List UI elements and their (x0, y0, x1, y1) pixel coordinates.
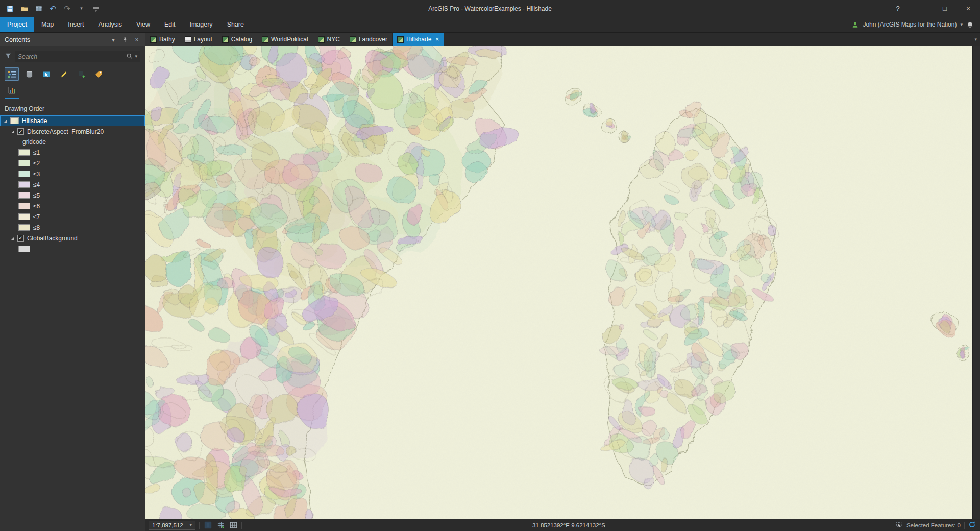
ribbon-tab-project[interactable]: Project (0, 17, 34, 32)
ribbon-tab-imagery[interactable]: Imagery (182, 17, 219, 32)
layer-row-discreteaspect[interactable]: ✓ DiscreteAspect_FromBlur20 (0, 126, 145, 137)
map-scale-value: 1:7,897,512 (152, 522, 183, 528)
cursor-coordinates: 31.8521392°E 9.6214132°S (246, 522, 892, 528)
pane-header-icons: ▾ × (108, 35, 142, 45)
contents-pane-header: Contents ▾ × (0, 33, 145, 46)
ribbon-tab-map[interactable]: Map (34, 17, 61, 32)
grid-tool-icon[interactable] (203, 521, 212, 530)
account-menu[interactable]: John (ArcGIS Maps for the Nation) (863, 21, 957, 28)
legend-row[interactable]: ≤5 (0, 190, 145, 201)
legend-swatch[interactable] (18, 181, 30, 188)
scale-chevron-icon: ▾ (189, 523, 192, 527)
list-by-snapping-icon[interactable] (74, 67, 88, 81)
arcgis-pro-window: ↶ ↷ ▾ ArcGIS Pro - WatercolorExamples - … (0, 0, 980, 531)
map-view-icon (150, 36, 157, 43)
search-options-chevron-icon[interactable]: ▾ (135, 54, 137, 59)
view-tab-catalog[interactable]: Catalog (217, 33, 257, 46)
view-tab-landcover[interactable]: Landcover (345, 33, 393, 46)
search-icon[interactable] (126, 52, 133, 61)
legend-row[interactable]: ≤2 (0, 158, 145, 168)
view-tab-hillshade[interactable]: Hillshade × (393, 33, 444, 46)
legend-swatch[interactable] (18, 160, 30, 166)
view-tabs-overflow-icon[interactable]: ▾ (971, 33, 980, 46)
legend-swatch[interactable] (18, 192, 30, 199)
ribbon-tab-insert[interactable]: Insert (61, 17, 91, 32)
ribbon-right-cluster: John (ArcGIS Maps for the Nation) ▾ (851, 17, 980, 32)
legend-swatch[interactable] (18, 171, 30, 177)
layer-row-hillshade[interactable]: Hillshade (0, 115, 145, 126)
layer-label: DiscreteAspect_FromBlur20 (27, 128, 104, 135)
expander-icon[interactable] (4, 119, 7, 123)
view-tab-worldpolitical[interactable]: WorldPolitical (257, 33, 313, 46)
expander-icon[interactable] (11, 237, 14, 240)
view-tab-layout[interactable]: Layout (180, 33, 217, 46)
window-title: ArcGIS Pro - WatercolorExamples - Hillsh… (0, 5, 980, 12)
account-chevron-icon[interactable]: ▾ (960, 22, 963, 27)
layer-label: Hillshade (22, 117, 47, 125)
view-tab-nyc[interactable]: NYC (313, 33, 345, 46)
legend-row[interactable]: ≤1 (0, 147, 145, 158)
legend-row[interactable]: ≤7 (0, 211, 145, 222)
layer-visibility-checkbox[interactable]: ✓ (17, 128, 24, 135)
snap-grid-icon[interactable] (216, 521, 225, 530)
map-row (145, 46, 980, 519)
map-view-icon (222, 36, 229, 43)
list-by-selection-icon[interactable] (39, 67, 54, 81)
account-avatar-icon (851, 21, 859, 29)
help-button[interactable]: ? (886, 0, 910, 17)
pane-menu-chevron-icon[interactable]: ▾ (108, 35, 118, 45)
pane-pin-icon[interactable] (120, 35, 130, 45)
open-project-icon[interactable] (18, 2, 31, 15)
legend-swatch[interactable] (18, 149, 30, 156)
redo-icon[interactable]: ↷ (61, 2, 74, 15)
legend-row[interactable]: ≤4 (0, 179, 145, 190)
layer-row-globalbackground[interactable]: ✓ GlobalBackground (0, 233, 145, 244)
list-by-charts-icon[interactable] (5, 83, 19, 96)
refresh-view-icon[interactable] (968, 521, 976, 529)
layer-visibility-checkbox[interactable]: ✓ (17, 235, 24, 242)
list-by-drawing-order-icon[interactable] (5, 67, 19, 81)
legend-row[interactable] (0, 244, 145, 254)
ribbon-tab-view[interactable]: View (129, 17, 157, 32)
legend-row[interactable]: ≤8 (0, 222, 145, 233)
ribbon-tab-edit[interactable]: Edit (157, 17, 183, 32)
search-input[interactable] (18, 53, 124, 60)
view-tab-bathy[interactable]: Bathy (145, 33, 180, 46)
map-stage (145, 46, 972, 519)
redo-dropdown-icon[interactable]: ▾ (75, 2, 88, 15)
ribbon-tab-bar: Project Map Insert Analysis View Edit Im… (0, 17, 980, 33)
customize-qat-icon[interactable] (89, 2, 102, 15)
package-project-icon[interactable] (32, 2, 45, 15)
list-by-editing-icon[interactable] (57, 67, 71, 81)
legend-label: ≤3 (33, 171, 40, 178)
pane-close-icon[interactable]: × (132, 35, 142, 45)
filter-funnel-icon[interactable] (5, 52, 12, 61)
list-by-data-source-icon[interactable] (22, 67, 36, 81)
map-view-icon (262, 36, 268, 43)
selected-features-count[interactable]: Selected Features: 0 (906, 522, 961, 528)
ribbon-tab-analysis[interactable]: Analysis (91, 17, 130, 32)
undo-icon[interactable]: ↶ (46, 2, 59, 15)
legend-label: ≤1 (33, 149, 40, 156)
close-tab-icon[interactable]: × (435, 36, 439, 42)
legend-row[interactable]: ≤6 (0, 201, 145, 211)
legend-swatch[interactable] (18, 213, 30, 220)
save-project-icon[interactable] (4, 2, 16, 15)
legend-row[interactable]: ≤3 (0, 168, 145, 179)
work-area: Bathy Layout Catalog WorldPolitical NYC (145, 33, 980, 531)
maximize-button[interactable]: □ (933, 0, 957, 17)
statusbar-separator (241, 522, 242, 529)
map-scale-selector[interactable]: 1:7,897,512 ▾ (149, 521, 195, 530)
map-canvas[interactable] (145, 46, 972, 519)
legend-swatch[interactable] (18, 224, 30, 231)
ribbon-tab-share[interactable]: Share (220, 17, 251, 32)
notifications-bell-icon[interactable] (966, 21, 974, 29)
table-grid-icon[interactable] (229, 521, 238, 530)
close-button[interactable]: × (957, 0, 980, 17)
list-by-labeling-icon[interactable] (91, 67, 106, 81)
legend-swatch[interactable] (18, 203, 30, 209)
minimize-button[interactable]: – (910, 0, 933, 17)
legend-swatch[interactable] (18, 246, 30, 252)
expander-icon[interactable] (11, 130, 14, 133)
legend-label: ≤8 (33, 224, 40, 231)
